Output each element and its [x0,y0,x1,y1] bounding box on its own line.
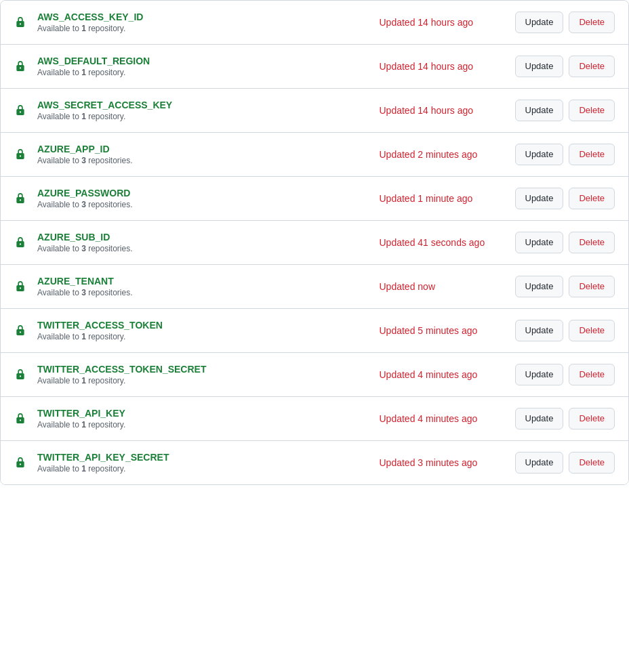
secret-name: AWS_SECRET_ACCESS_KEY [37,100,366,110]
secret-name: AZURE_TENANT [37,276,366,287]
table-row: AZURE_APP_ID Available to 3 repositories… [1,133,628,177]
delete-button[interactable]: Delete [569,56,615,77]
update-button[interactable]: Update [515,364,564,385]
secret-availability: Available to 1 repository. [37,420,125,429]
update-button[interactable]: Update [515,56,564,77]
secret-actions: Update Delete [515,320,615,341]
secret-availability: Available to 1 repository. [37,112,125,121]
delete-button[interactable]: Delete [569,320,615,341]
secret-updated: Updated 4 minutes ago [366,369,515,380]
secret-availability: Available to 3 repositories. [37,288,133,297]
update-button[interactable]: Update [515,12,564,33]
lock-icon [14,60,28,73]
secret-updated: Updated 1 minute ago [366,193,515,204]
secret-name: AWS_DEFAULT_REGION [37,56,366,66]
secret-availability: Available to 1 repository. [37,24,125,33]
secret-info: AZURE_APP_ID Available to 3 repositories… [37,144,366,165]
secret-name: TWITTER_API_KEY_SECRET [37,452,366,463]
secret-actions: Update Delete [515,56,615,77]
table-row: AZURE_PASSWORD Available to 3 repositori… [1,177,628,221]
delete-button[interactable]: Delete [569,188,615,209]
secret-info: TWITTER_API_KEY_SECRET Available to 1 re… [37,452,366,474]
secret-actions: Update Delete [515,188,615,209]
svg-point-9 [20,199,21,201]
update-button[interactable]: Update [515,452,564,474]
secret-updated: Updated 4 minutes ago [366,413,515,424]
svg-point-21 [20,463,21,465]
lock-icon [14,412,28,425]
secret-actions: Update Delete [515,408,615,429]
lock-icon [14,104,28,117]
lock-icon [14,280,28,293]
secret-actions: Update Delete [515,12,615,33]
table-row: AZURE_TENANT Available to 3 repositories… [1,265,628,309]
lock-icon [14,236,28,249]
secret-availability: Available to 1 repository. [37,68,125,77]
update-button[interactable]: Update [515,320,564,341]
svg-point-7 [20,155,21,156]
lock-icon [14,16,28,29]
secret-updated: Updated 14 hours ago [366,105,515,116]
secret-name: TWITTER_ACCESS_TOKEN [37,320,366,331]
update-button[interactable]: Update [515,100,564,121]
update-button[interactable]: Update [515,188,564,209]
update-button[interactable]: Update [515,276,564,297]
secrets-list: AWS_ACCESS_KEY_ID Available to 1 reposit… [0,0,629,485]
lock-icon [14,148,28,161]
secret-info: TWITTER_API_KEY Available to 1 repositor… [37,408,366,429]
lock-icon [14,324,28,337]
secret-availability: Available to 3 repositories. [37,244,133,253]
lock-icon [14,368,28,381]
table-row: AWS_DEFAULT_REGION Available to 1 reposi… [1,45,628,89]
secret-updated: Updated now [366,281,515,292]
secret-availability: Available to 3 repositories. [37,200,133,209]
svg-point-13 [20,287,21,289]
secret-updated: Updated 14 hours ago [366,61,515,72]
secret-info: AZURE_TENANT Available to 3 repositories… [37,276,366,297]
svg-point-5 [20,111,21,112]
secret-actions: Update Delete [515,232,615,253]
svg-point-1 [20,23,21,24]
svg-point-11 [20,243,21,245]
table-row: TWITTER_ACCESS_TOKEN_SECRET Available to… [1,353,628,397]
table-row: AZURE_SUB_ID Available to 3 repositories… [1,221,628,265]
secret-availability: Available to 1 repository. [37,376,125,385]
table-row: AWS_SECRET_ACCESS_KEY Available to 1 rep… [1,89,628,133]
secret-updated: Updated 5 minutes ago [366,325,515,336]
table-row: TWITTER_API_KEY_SECRET Available to 1 re… [1,441,628,484]
table-row: AWS_ACCESS_KEY_ID Available to 1 reposit… [1,1,628,45]
secret-updated: Updated 41 seconds ago [366,237,515,248]
secret-actions: Update Delete [515,364,615,385]
delete-button[interactable]: Delete [569,12,615,33]
update-button[interactable]: Update [515,144,564,165]
secret-name: AZURE_APP_ID [37,144,366,154]
lock-icon [14,456,28,469]
secret-info: TWITTER_ACCESS_TOKEN Available to 1 repo… [37,320,366,341]
secret-info: TWITTER_ACCESS_TOKEN_SECRET Available to… [37,364,366,385]
secret-info: AZURE_PASSWORD Available to 3 repositori… [37,188,366,209]
svg-point-3 [20,67,21,68]
delete-button[interactable]: Delete [569,408,615,429]
secret-name: TWITTER_API_KEY [37,408,366,419]
delete-button[interactable]: Delete [569,144,615,165]
table-row: TWITTER_ACCESS_TOKEN Available to 1 repo… [1,309,628,353]
svg-point-19 [20,419,21,421]
lock-icon [14,192,28,205]
secret-availability: Available to 3 repositories. [37,156,133,165]
delete-button[interactable]: Delete [569,364,615,385]
delete-button[interactable]: Delete [569,100,615,121]
secret-info: AWS_DEFAULT_REGION Available to 1 reposi… [37,56,366,77]
delete-button[interactable]: Delete [569,232,615,253]
secret-updated: Updated 3 minutes ago [366,457,515,468]
update-button[interactable]: Update [515,232,564,253]
secret-actions: Update Delete [515,100,615,121]
delete-button[interactable]: Delete [569,452,615,474]
secret-availability: Available to 1 repository. [37,464,125,474]
secret-actions: Update Delete [515,452,615,474]
update-button[interactable]: Update [515,408,564,429]
svg-point-17 [20,375,21,377]
secret-availability: Available to 1 repository. [37,332,125,341]
secret-actions: Update Delete [515,144,615,165]
secret-info: AWS_ACCESS_KEY_ID Available to 1 reposit… [37,12,366,33]
delete-button[interactable]: Delete [569,276,615,297]
